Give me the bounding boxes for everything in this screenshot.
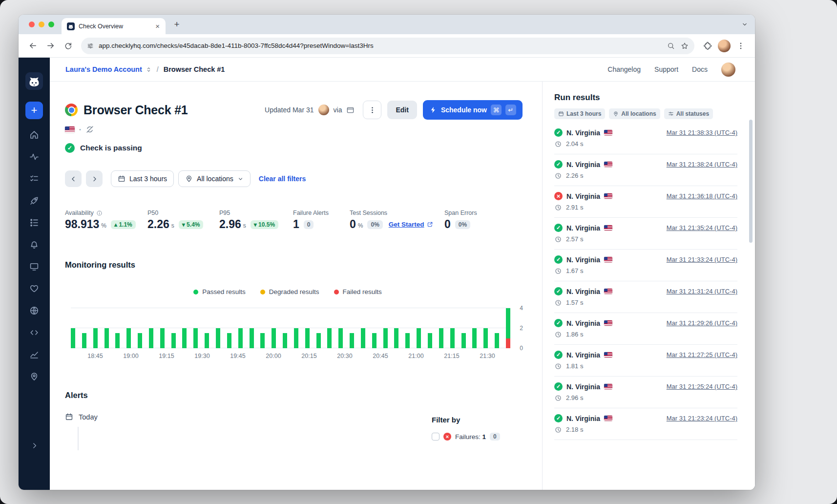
result-bar[interactable]	[205, 308, 209, 348]
result-bar[interactable]	[227, 308, 231, 348]
run-timestamp-link[interactable]: Mar 31 21:29:26 (UTC-4)	[667, 319, 737, 327]
result-bar[interactable]	[506, 308, 510, 348]
run-result-row[interactable]: ✓N. VirginiaMar 31 21:31:24 (UTC-4)1.57 …	[554, 281, 737, 313]
address-bar[interactable]: app.checklyhq.com/checks/e45dacab-8de1-4…	[81, 38, 694, 54]
sidebar-item-location-icon[interactable]	[29, 372, 39, 381]
run-result-row[interactable]: ✓N. VirginiaMar 31 21:29:26 (UTC-4)1.86 …	[554, 313, 737, 345]
result-bar[interactable]	[417, 308, 421, 348]
result-bar[interactable]	[105, 308, 109, 348]
result-bar[interactable]	[461, 308, 466, 348]
result-bar[interactable]	[216, 308, 220, 348]
result-bar[interactable]	[428, 308, 432, 348]
next-window-button[interactable]	[86, 170, 103, 187]
site-settings-icon[interactable]	[87, 42, 94, 49]
close-window-button[interactable]	[29, 21, 35, 27]
get-started-link[interactable]: Get Started	[389, 221, 433, 228]
browser-tab[interactable]: Check Overview ×	[62, 18, 166, 34]
run-result-row[interactable]: ✓N. VirginiaMar 31 21:35:24 (UTC-4)2.57 …	[554, 218, 737, 250]
result-bar[interactable]	[405, 308, 410, 348]
result-bar[interactable]	[115, 308, 120, 348]
run-timestamp-link[interactable]: Mar 31 21:23:24 (UTC-4)	[667, 415, 737, 422]
bookmark-star-icon[interactable]	[681, 42, 689, 50]
create-new-button[interactable]: +	[25, 102, 43, 119]
sidebar-item-globe-icon[interactable]	[29, 306, 39, 315]
zoom-icon[interactable]	[667, 42, 675, 50]
run-timestamp-link[interactable]: Mar 31 21:36:18 (UTC-4)	[667, 192, 737, 200]
result-bar[interactable]	[149, 308, 153, 348]
result-bar[interactable]	[316, 308, 321, 348]
tab-list-chevron-icon[interactable]	[741, 21, 748, 28]
forward-button[interactable]	[43, 39, 58, 53]
run-timestamp-link[interactable]: Mar 31 21:33:24 (UTC-4)	[667, 256, 737, 263]
result-bar[interactable]	[138, 308, 142, 348]
result-bar[interactable]	[82, 308, 86, 348]
result-bar[interactable]	[250, 308, 254, 348]
result-bar[interactable]	[338, 308, 343, 348]
nav-support[interactable]: Support	[654, 65, 678, 73]
reload-button[interactable]	[61, 39, 75, 53]
time-range-filter[interactable]: Last 3 hours	[111, 170, 174, 187]
run-result-row[interactable]: ✓N. VirginiaMar 31 21:38:33 (UTC-4)2.04 …	[554, 123, 737, 154]
sidebar-expand-icon[interactable]	[30, 441, 39, 450]
sidebar-item-list-icon[interactable]	[29, 218, 39, 228]
browser-menu-icon[interactable]	[733, 39, 748, 53]
result-bar[interactable]	[126, 308, 131, 348]
result-bar[interactable]	[171, 308, 176, 348]
extensions-icon[interactable]	[700, 39, 715, 53]
sidebar-item-bell-icon[interactable]	[29, 240, 39, 250]
run-timestamp-link[interactable]: Mar 31 21:31:24 (UTC-4)	[667, 288, 737, 295]
sidebar-item-monitor-icon[interactable]	[29, 262, 39, 272]
result-bar[interactable]	[283, 308, 287, 348]
run-result-row[interactable]: ×N. VirginiaMar 31 21:36:18 (UTC-4)2.91 …	[554, 186, 737, 218]
edit-button[interactable]: Edit	[387, 101, 417, 119]
run-timestamp-link[interactable]: Mar 31 21:35:24 (UTC-4)	[667, 224, 737, 231]
sidebar-item-code-icon[interactable]	[29, 328, 39, 337]
sidebar-item-heartbeat-icon[interactable]	[29, 284, 39, 294]
previous-window-button[interactable]	[65, 170, 82, 187]
failures-checkbox[interactable]	[432, 433, 439, 441]
result-bar[interactable]	[472, 308, 477, 348]
result-bar[interactable]	[439, 308, 443, 348]
result-bar[interactable]	[450, 308, 455, 348]
nav-docs[interactable]: Docs	[692, 65, 708, 73]
result-bar[interactable]	[394, 308, 398, 348]
result-bar[interactable]	[483, 308, 488, 348]
result-bar[interactable]	[160, 308, 165, 348]
run-result-row[interactable]: ✓N. VirginiaMar 31 21:25:24 (UTC-4)2.96 …	[554, 377, 737, 408]
result-bar[interactable]	[272, 308, 276, 348]
new-tab-button[interactable]: +	[170, 18, 183, 31]
close-tab-icon[interactable]: ×	[153, 21, 162, 31]
minimize-window-button[interactable]	[39, 21, 44, 27]
sidebar-item-activity-icon[interactable]	[29, 152, 39, 162]
sidebar-item-home-icon[interactable]	[29, 130, 39, 140]
locations-filter[interactable]: All locations	[178, 170, 251, 187]
result-bar[interactable]	[372, 308, 377, 348]
run-result-row[interactable]: ✓N. VirginiaMar 31 21:33:24 (UTC-4)1.67 …	[554, 250, 737, 281]
result-bar[interactable]	[294, 308, 298, 348]
result-bar[interactable]	[305, 308, 310, 348]
info-icon[interactable]	[96, 210, 103, 216]
run-result-row[interactable]: ✓N. VirginiaMar 31 21:23:24 (UTC-4)2.18 …	[554, 408, 737, 440]
sidebar-item-chart-icon[interactable]	[29, 350, 39, 359]
result-bar[interactable]	[182, 308, 187, 348]
run-result-row[interactable]: ✓N. VirginiaMar 31 21:38:24 (UTC-4)2.26 …	[554, 154, 737, 186]
user-avatar[interactable]	[721, 63, 735, 77]
run-timestamp-link[interactable]: Mar 31 21:25:24 (UTC-4)	[667, 383, 737, 390]
nav-changelog[interactable]: Changelog	[607, 65, 641, 73]
more-actions-button[interactable]	[363, 101, 381, 119]
failures-filter-row[interactable]: × Failures: 1 0	[432, 433, 523, 441]
panel-scrollbar-thumb[interactable]	[749, 120, 753, 243]
run-timestamp-link[interactable]: Mar 31 21:38:24 (UTC-4)	[667, 161, 737, 168]
sidebar-item-checklist-icon[interactable]	[29, 174, 39, 184]
clear-filters-link[interactable]: Clear all filters	[259, 175, 306, 183]
account-switcher[interactable]: Laura's Demo Account	[65, 65, 152, 73]
run-timestamp-link[interactable]: Mar 31 21:27:25 (UTC-4)	[667, 351, 737, 358]
back-button[interactable]	[25, 39, 40, 53]
run-result-row[interactable]: ✓N. VirginiaMar 31 21:27:25 (UTC-4)1.81 …	[554, 345, 737, 377]
result-bar[interactable]	[327, 308, 332, 348]
fullscreen-window-button[interactable]	[48, 21, 54, 27]
result-bar[interactable]	[93, 308, 98, 348]
result-bar[interactable]	[350, 308, 354, 348]
result-bar[interactable]	[71, 308, 75, 348]
sidebar-item-rocket-icon[interactable]	[29, 196, 39, 206]
